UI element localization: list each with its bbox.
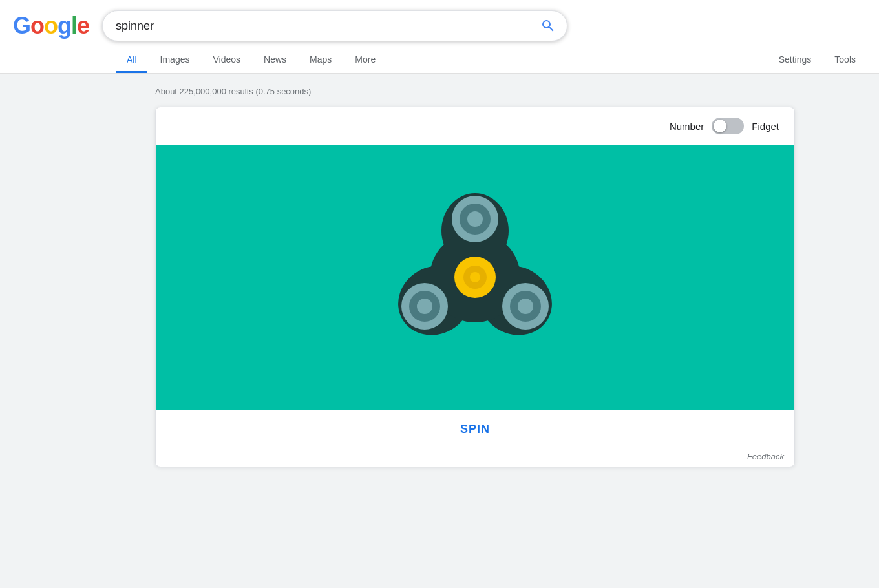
tab-more[interactable]: More [344,48,386,73]
spinner-canvas[interactable] [156,145,794,410]
spinner-widget: Number Fidget [155,107,795,467]
tab-tools[interactable]: Tools [824,48,866,73]
tab-settings[interactable]: Settings [768,48,822,73]
google-logo[interactable]: Google [13,12,89,39]
tab-images[interactable]: Images [150,48,200,73]
search-button[interactable] [538,16,558,36]
number-label: Number [670,121,704,132]
fidget-label: Fidget [752,121,779,132]
widget-top: Number Fidget [156,107,794,145]
feedback-area: Feedback [156,449,794,467]
tab-all[interactable]: All [116,48,147,73]
svg-point-9 [417,299,432,314]
tab-maps[interactable]: Maps [299,48,342,73]
spin-button[interactable]: SPIN [460,423,490,436]
nav-tabs: All Images Videos News Maps More Setting… [116,48,866,73]
search-icon [540,18,556,34]
spin-btn-area: SPIN [156,410,794,449]
content: About 225,000,000 results (0.75 seconds)… [0,74,879,480]
nav-right: Settings Tools [768,48,866,73]
header: Google All Images Videos News Maps More … [0,0,879,74]
search-bar-container [102,10,567,41]
results-info: About 225,000,000 results (0.75 seconds) [155,87,866,96]
svg-point-15 [470,272,480,282]
svg-point-6 [467,211,483,227]
mode-toggle[interactable] [712,118,744,134]
tab-news[interactable]: News [253,48,297,73]
header-top: Google [13,10,866,41]
svg-point-12 [518,299,533,314]
fidget-spinner-svg [365,167,585,387]
fidget-spinner-container [365,167,585,387]
tab-videos[interactable]: Videos [202,48,251,73]
toggle-slider [712,118,744,134]
search-input[interactable] [102,10,567,41]
feedback-link[interactable]: Feedback [747,452,784,461]
